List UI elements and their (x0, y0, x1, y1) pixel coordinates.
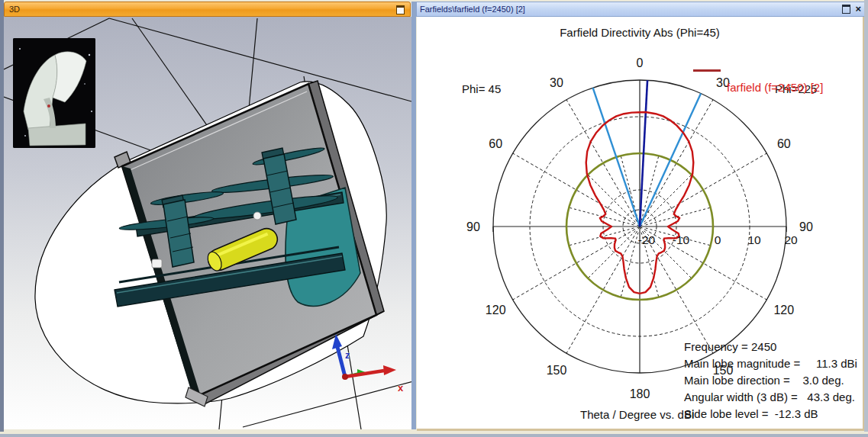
farfield-window-right-border (864, 0, 868, 432)
theta-label: 120 (773, 304, 794, 317)
stats-line: Main lobe direction = 3.0 deg. (684, 372, 857, 389)
farfield-chart[interactable]: 0180303060609090120120150150-20-1001020 … (417, 17, 865, 431)
theta-label: 120 (486, 304, 506, 317)
stats-line: Main lobe magnitude = 11.3 dBi (684, 355, 857, 372)
theta-label: 90 (799, 220, 813, 233)
3d-viewport[interactable]: z x (4, 17, 411, 429)
thumbnail-render (13, 38, 95, 148)
restore-icon[interactable] (396, 5, 405, 14)
legend-line-swatch (693, 69, 721, 72)
stats-line: Frequency = 2450 (684, 339, 857, 355)
theta-label: 0 (637, 56, 644, 69)
3d-window-titlebar[interactable]: 3D (4, 2, 411, 17)
theta-label: 90 (466, 220, 480, 233)
radial-tick-label: -20 (638, 233, 656, 246)
close-icon[interactable]: × (855, 5, 861, 14)
polar-minor-spoke (621, 156, 638, 220)
theta-label: 180 (630, 387, 650, 400)
stats-line: Side lobe level = -12.3 dB (684, 406, 857, 423)
maximize-icon[interactable] (842, 5, 850, 14)
theta-label: 60 (489, 137, 502, 150)
model-thumbnail (13, 38, 95, 148)
radial-tick-label: -10 (673, 233, 690, 246)
radial-tick-label: 10 (747, 233, 761, 246)
theta-label: 150 (547, 364, 567, 377)
farfield-stats-block: Frequency = 2450Main lobe magnitude = 11… (684, 339, 857, 423)
farfield-window: Farfields\farfield (f=2450) [2] × 018030… (416, 0, 868, 435)
radial-tick-label: 0 (715, 233, 721, 246)
phi-left-label: Phi= 45 (462, 82, 501, 95)
angular-width-marker (593, 88, 640, 227)
z-axis-arrow (337, 347, 345, 377)
chart-title: Farfield Directivity Abs (Phi=45) (417, 26, 863, 39)
theta-label: 30 (550, 76, 563, 89)
bottom-frame-edge (0, 434, 868, 437)
x-axis-arrow (345, 371, 384, 377)
farfield-window-titlebar[interactable]: Farfields\farfield (f=2450) [2] × (416, 2, 865, 17)
theta-label: 60 (777, 137, 791, 150)
farfield-window-title: Farfields\farfield (f=2450) [2] (420, 2, 525, 16)
cst-workspace: 3D (0, 0, 868, 437)
polar-minor-spoke (644, 175, 692, 222)
3d-window-title: 3D (9, 2, 20, 16)
polar-minor-spoke (588, 175, 635, 222)
x-axis-label: x (398, 382, 403, 394)
legend-entry: farfield (f=2450) [2] (727, 81, 823, 94)
axis-caption: Theta / Degree vs. dBi (580, 408, 694, 421)
stats-line: Angular width (3 dB) = 43.3 deg. (684, 389, 857, 406)
radial-tick-label: 20 (784, 233, 798, 246)
z-axis-label: z (345, 349, 350, 361)
3d-window: 3D (0, 0, 416, 435)
